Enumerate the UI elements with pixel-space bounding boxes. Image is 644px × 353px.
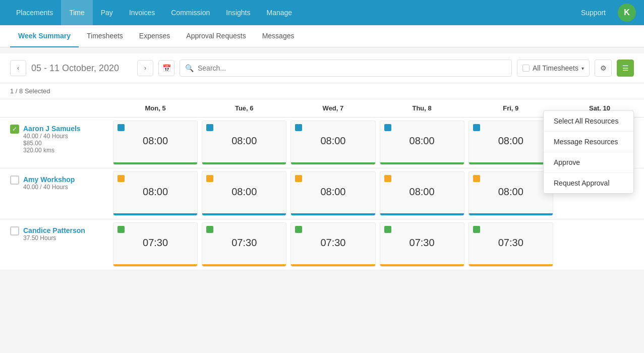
timecard-amy-fri[interactable]: 08:00	[469, 171, 553, 216]
timecard-candice-mon[interactable]: 07:30	[113, 222, 198, 267]
day-header-tue: Tue, 6	[200, 99, 288, 117]
nav-item-invoices[interactable]: Invoices	[121, 0, 163, 25]
day-cell-candice-fri[interactable]: 07:30	[466, 219, 555, 270]
resource-column-header	[0, 99, 111, 117]
search-box: 🔍	[180, 60, 512, 77]
timecard-candice-fri[interactable]: 07:30	[469, 222, 553, 267]
timecard-amy-mon[interactable]: 08:00	[113, 171, 198, 216]
time-candice-thu: 07:30	[384, 237, 460, 249]
day-cell-aaron-wed[interactable]: 08:00	[288, 117, 377, 168]
bar-candice-thu	[380, 264, 464, 266]
indicator-candice-wed	[295, 226, 302, 233]
resource-meta-aaron-hours: 40.00 / 40 Hours	[23, 133, 81, 140]
calendar-picker-button[interactable]: 📅	[158, 60, 174, 76]
filter-checkbox	[522, 65, 530, 72]
day-cell-amy-mon[interactable]: 08:00	[111, 168, 200, 219]
timecard-aaron-wed[interactable]: 08:00	[290, 121, 375, 165]
day-cell-amy-fri[interactable]: 08:00	[466, 168, 555, 219]
resource-name-candice[interactable]: Candice Patterson	[23, 226, 85, 234]
indicator-amy-thu	[384, 175, 391, 182]
timecard-aaron-fri[interactable]: 08:00	[469, 121, 553, 165]
day-header-mon: Mon, 5	[111, 99, 200, 117]
day-cell-amy-tue[interactable]: 08:00	[200, 168, 288, 219]
time-amy-mon: 08:00	[118, 186, 193, 198]
timecard-aaron-thu[interactable]: 08:00	[380, 121, 464, 165]
indicator-aaron-wed	[295, 124, 302, 131]
support-link[interactable]: Support	[573, 9, 614, 17]
day-cell-candice-mon[interactable]: 07:30	[111, 219, 200, 270]
indicator-amy-mon	[118, 175, 125, 182]
timecard-candice-tue[interactable]: 07:30	[202, 222, 286, 267]
timecard-amy-thu[interactable]: 08:00	[380, 171, 464, 216]
subnav-week-summary[interactable]: Week Summary	[10, 25, 79, 47]
next-week-button[interactable]: ›	[137, 60, 153, 76]
filter-lines-icon: ⚙	[600, 64, 607, 72]
day-cell-aaron-mon[interactable]: 08:00	[111, 117, 200, 168]
day-cell-candice-wed[interactable]: 07:30	[288, 219, 377, 270]
bar-aaron-mon	[113, 162, 197, 164]
indicator-amy-tue	[206, 175, 213, 182]
resource-checkbox-aaron[interactable]	[10, 125, 19, 134]
resource-checkbox-candice[interactable]	[10, 226, 19, 236]
prev-week-button[interactable]: ‹	[10, 60, 26, 76]
indicator-aaron-mon	[118, 124, 125, 131]
subnav-approval-requests[interactable]: Approval Requests	[178, 25, 254, 47]
menu-icon-button[interactable]: ☰	[617, 60, 634, 77]
search-input[interactable]	[198, 64, 506, 72]
menu-request-approval[interactable]: Request Approval	[544, 173, 633, 193]
day-cell-amy-wed[interactable]: 08:00	[288, 168, 377, 219]
bar-candice-wed	[291, 264, 375, 266]
indicator-aaron-thu	[384, 124, 391, 131]
resource-meta-candice-hours: 37.50 Hours	[23, 234, 85, 242]
nav-item-time[interactable]: Time	[61, 0, 93, 25]
day-cell-aaron-fri[interactable]: 08:00	[466, 117, 555, 168]
time-aaron-wed: 08:00	[295, 135, 371, 147]
user-avatar[interactable]: K	[618, 4, 636, 22]
timecard-candice-wed[interactable]: 07:30	[290, 222, 375, 267]
time-amy-tue: 08:00	[206, 186, 282, 198]
timecard-candice-thu[interactable]: 07:30	[380, 222, 464, 267]
day-cell-aaron-tue[interactable]: 08:00	[200, 117, 288, 168]
timecard-aaron-mon[interactable]: 08:00	[113, 121, 198, 165]
day-cell-candice-thu[interactable]: 07:30	[378, 219, 466, 270]
bar-amy-wed	[291, 213, 375, 215]
hamburger-icon: ☰	[622, 64, 629, 72]
filter-icon-button[interactable]: ⚙	[595, 60, 612, 77]
menu-message-resources[interactable]: Message Resources	[544, 132, 633, 152]
calendar-icon: 📅	[162, 64, 171, 72]
timecard-aaron-tue[interactable]: 08:00	[202, 121, 286, 165]
nav-item-manage[interactable]: Manage	[259, 0, 301, 25]
day-cell-aaron-thu[interactable]: 08:00	[378, 117, 466, 168]
subnav-timesheets[interactable]: Timesheets	[79, 25, 131, 47]
time-aaron-thu: 08:00	[384, 135, 460, 147]
menu-select-all-resources[interactable]: Select All Resources	[544, 111, 633, 132]
bar-aaron-wed	[291, 162, 375, 164]
day-header-fri: Fri, 9	[466, 99, 555, 117]
time-aaron-mon: 08:00	[118, 135, 193, 147]
timecard-amy-tue[interactable]: 08:00	[202, 171, 286, 216]
indicator-amy-wed	[295, 175, 302, 182]
filter-label: All Timesheets	[533, 64, 578, 72]
nav-item-placements[interactable]: Placements	[8, 0, 61, 25]
day-cell-amy-thu[interactable]: 08:00	[378, 168, 466, 219]
subnav-messages[interactable]: Messages	[254, 25, 303, 47]
resource-cell-aaron: Aaron J Samuels 40.00 / 40 Hours $85.00 …	[0, 117, 111, 168]
selection-count-text: 1 / 8 Selected	[10, 87, 50, 95]
resource-name-amy[interactable]: Amy Workshop	[23, 175, 75, 184]
nav-item-pay[interactable]: Pay	[93, 0, 121, 25]
menu-approve[interactable]: Approve	[544, 152, 633, 173]
nav-item-commission[interactable]: Commission	[163, 0, 218, 25]
bar-candice-fri	[469, 264, 553, 266]
subnav-expenses[interactable]: Expenses	[131, 25, 178, 47]
day-cell-candice-tue[interactable]: 07:30	[200, 219, 288, 270]
timesheet-filter-dropdown[interactable]: All Timesheets ▾	[517, 60, 590, 77]
timecard-amy-wed[interactable]: 08:00	[290, 171, 375, 216]
indicator-candice-mon	[118, 226, 125, 233]
resource-name-aaron[interactable]: Aaron J Samuels	[23, 125, 81, 133]
resource-checkbox-amy[interactable]	[10, 175, 19, 185]
resource-cell-candice: Candice Patterson 37.50 Hours	[0, 219, 111, 270]
nav-item-insights[interactable]: Insights	[218, 0, 258, 25]
bar-candice-mon	[113, 264, 197, 266]
indicator-candice-fri	[473, 226, 480, 233]
context-dropdown-menu: Select All Resources Message Resources A…	[543, 110, 634, 194]
